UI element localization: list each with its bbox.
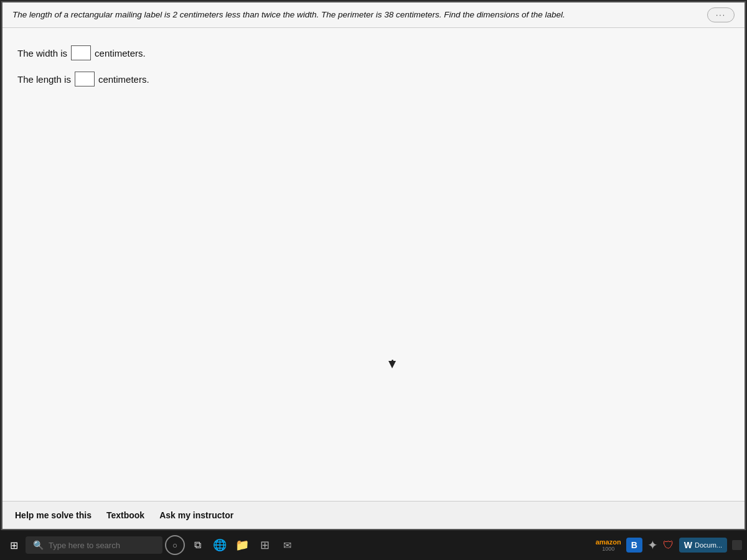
help-solve-button[interactable]: Help me solve this (15, 508, 92, 523)
width-input[interactable] (71, 45, 91, 60)
antivirus-icon: 🛡 (663, 539, 674, 551)
amazon-label: amazon (596, 538, 621, 546)
word-label: W (684, 540, 692, 550)
word-app[interactable]: W Docum... (679, 538, 727, 553)
cursor-indicator (388, 361, 396, 368)
circle-icon: ○ (172, 541, 177, 550)
textbook-button[interactable]: Textbook (106, 508, 144, 523)
folder-symbol: 📁 (235, 538, 249, 552)
length-row: The length is centimeters. (17, 72, 730, 86)
edge-symbol: 🌐 (213, 538, 227, 552)
search-box[interactable]: 🔍 (26, 536, 162, 554)
width-label-prefix: The width is (17, 48, 67, 58)
main-area: The length of a rectangular mailing labe… (1, 1, 746, 530)
circle-button[interactable]: ○ (165, 535, 185, 555)
screen: The length of a rectangular mailing labe… (0, 0, 747, 560)
mail-taskbar-icon[interactable]: ✉ (277, 535, 297, 555)
close-indicator[interactable] (732, 540, 742, 550)
word-doc-name: Docum... (695, 541, 722, 549)
apps-symbol: ⊞ (260, 538, 270, 552)
problem-text: The length of a rectangular mailing labe… (12, 9, 695, 21)
amazon-app[interactable]: amazon 1000 (596, 538, 621, 552)
taskbar: ⊞ 🔍 ○ ⧉ 🌐 📁 ⊞ ✉ (0, 530, 747, 560)
length-label-prefix: The length is (17, 74, 71, 85)
search-input[interactable] (49, 541, 148, 550)
width-row: The width is centimeters. (17, 45, 730, 60)
start-button[interactable]: ⊞ (5, 536, 23, 555)
task-view-icon[interactable]: ⧉ (187, 535, 207, 555)
mail-symbol: ✉ (283, 539, 291, 551)
gemini-icon: ✦ (647, 538, 658, 552)
windows-icon: ⊞ (10, 539, 18, 551)
length-input[interactable] (75, 72, 95, 86)
brave-label: B (631, 540, 637, 550)
search-icon: 🔍 (33, 540, 44, 550)
length-label-suffix: centimeters. (98, 74, 149, 85)
answer-area: The width is centimeters. The length is … (2, 28, 745, 501)
task-view-symbol: ⧉ (194, 539, 201, 551)
problem-bar: The length of a rectangular mailing labe… (2, 2, 745, 28)
antivirus-app[interactable]: 🛡 (663, 539, 674, 552)
edge-taskbar-icon[interactable]: 🌐 (210, 535, 230, 555)
content-wrapper: The length of a rectangular mailing labe… (2, 2, 745, 529)
width-label-suffix: centimeters. (95, 48, 146, 58)
folder-taskbar-icon[interactable]: 📁 (232, 535, 252, 555)
action-bar: Help me solve this Textbook Ask my instr… (2, 501, 745, 529)
amazon-count: 1000 (602, 546, 614, 552)
more-options-button[interactable]: ··· (707, 7, 735, 22)
apps-taskbar-icon[interactable]: ⊞ (255, 535, 275, 555)
brave-app[interactable]: B (626, 538, 642, 553)
gemini-app[interactable]: ✦ (647, 538, 658, 553)
system-tray: amazon 1000 B ✦ 🛡 W Docum... (596, 538, 742, 553)
ask-instructor-button[interactable]: Ask my instructor (159, 508, 233, 523)
